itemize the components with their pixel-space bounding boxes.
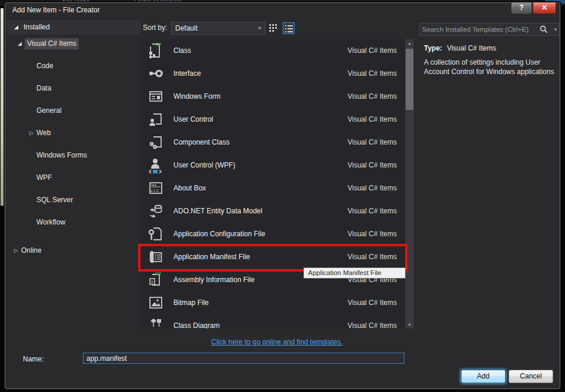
sidebar-item-label: Visual C# Items bbox=[25, 38, 79, 49]
expanded-triangle-icon: ◢ bbox=[14, 20, 18, 34]
template-name: Component Class bbox=[173, 131, 229, 154]
template-row-component-class[interactable]: Component ClassVisual C# Items bbox=[141, 131, 405, 154]
sidebar-item-general[interactable]: General bbox=[7, 105, 141, 116]
template-name: ADO.NET Entity Data Model bbox=[173, 200, 262, 223]
collapsed-triangle-icon[interactable]: ▷ bbox=[14, 245, 18, 256]
template-row-ado-net-entity-data-model[interactable]: ADO.NET Entity Data ModelVisual C# Items bbox=[141, 200, 405, 223]
template-row-about-box[interactable]: v.1.0About BoxVisual C# Items bbox=[141, 177, 405, 200]
template-type: Visual C# Items bbox=[347, 85, 397, 108]
online-link-row: Click here to go online and find templat… bbox=[141, 336, 413, 347]
sidebar-item-online[interactable]: ▷Online bbox=[7, 245, 141, 256]
titlebar-buttons: ? ✕ bbox=[511, 2, 556, 14]
template-name: Assembly Information File bbox=[173, 269, 255, 292]
template-name: Interface bbox=[173, 62, 201, 85]
template-type: Visual C# Items bbox=[347, 108, 397, 131]
template-type: Visual C# Items bbox=[347, 314, 397, 329]
scrollbar-thumb[interactable] bbox=[406, 49, 413, 110]
template-name: Application Configuration File bbox=[173, 223, 265, 246]
sidebar-group-label: Installed bbox=[24, 20, 50, 34]
dialog-title: Add New Item - File Creator bbox=[12, 6, 100, 14]
type-label: Type: bbox=[424, 44, 442, 52]
template-name: User Control (WPF) bbox=[173, 154, 235, 177]
template-name: About Box bbox=[173, 177, 206, 200]
sidebar-item-label: Web bbox=[36, 128, 51, 139]
add-button[interactable]: Add bbox=[461, 370, 506, 383]
scroll-up-icon[interactable]: ▲ bbox=[405, 39, 414, 47]
sort-dropdown[interactable]: Default ▾ bbox=[171, 22, 265, 35]
chevron-down-icon: ▾ bbox=[554, 26, 557, 32]
sidebar-item-windows-forms[interactable]: Windows Forms bbox=[7, 150, 141, 161]
user-control-wpf-icon bbox=[148, 156, 164, 175]
name-input[interactable] bbox=[83, 353, 404, 364]
collapsed-triangle-icon[interactable]: ▷ bbox=[29, 128, 34, 139]
template-row-application-configuration-file[interactable]: Application Configuration FileVisual C# … bbox=[141, 223, 405, 246]
add-new-item-dialog: Add New Item - File Creator ? ✕ ◢ Instal… bbox=[5, 2, 560, 389]
name-label: Name: bbox=[23, 355, 44, 363]
sidebar-item-code[interactable]: Code bbox=[7, 61, 141, 72]
user-control-icon bbox=[148, 110, 164, 129]
vertical-scrollbar[interactable]: ▲ ▼ bbox=[405, 39, 414, 329]
sidebar-item-label: Windows Forms bbox=[36, 150, 87, 161]
template-type: Visual C# Items bbox=[347, 292, 397, 314]
about-box-icon: v.1.0 bbox=[148, 179, 164, 197]
template-name: Class Diagram bbox=[173, 314, 220, 329]
template-type: Visual C# Items bbox=[347, 39, 397, 62]
template-list: C#ClassVisual C# ItemsInterfaceVisual C#… bbox=[141, 39, 405, 329]
template-type: Visual C# Items bbox=[347, 62, 397, 85]
sidebar-item-data[interactable]: Data bbox=[7, 83, 141, 94]
sidebar-item-workflow[interactable]: Workflow bbox=[7, 217, 141, 228]
sidebar-item-label: Workflow bbox=[36, 217, 65, 228]
template-row-interface[interactable]: InterfaceVisual C# Items bbox=[141, 62, 405, 85]
search-box[interactable]: ▾ bbox=[419, 23, 559, 36]
grid-view-icon[interactable] bbox=[268, 22, 279, 34]
svg-text:v.1.0: v.1.0 bbox=[151, 189, 159, 193]
scroll-down-icon[interactable]: ▼ bbox=[405, 321, 414, 329]
search-input[interactable] bbox=[422, 24, 537, 35]
template-row-bitmap-file[interactable]: Bitmap FileVisual C# Items bbox=[141, 292, 405, 314]
template-type: Visual C# Items bbox=[347, 131, 397, 154]
template-type: Visual C# Items bbox=[347, 154, 397, 177]
template-row-user-control-wpf-[interactable]: User Control (WPF)Visual C# Items bbox=[141, 154, 405, 177]
class-icon: C# bbox=[148, 41, 164, 60]
type-value: Visual C# Items bbox=[447, 44, 496, 52]
svg-text:i: i bbox=[152, 279, 153, 284]
help-button[interactable]: ? bbox=[511, 2, 532, 14]
component-class-icon bbox=[148, 133, 164, 152]
sidebar-item-web[interactable]: ▷Web bbox=[7, 128, 141, 139]
find-templates-link[interactable]: Click here to go online and find templat… bbox=[211, 338, 342, 346]
sidebar-item-sql-server[interactable]: SQL Server bbox=[7, 195, 141, 206]
template-name: User Control bbox=[173, 108, 213, 131]
ado-net-entity-icon bbox=[148, 202, 164, 220]
sidebar-item-label: General bbox=[36, 105, 62, 116]
close-button[interactable]: ✕ bbox=[533, 2, 556, 14]
sort-dropdown-value: Default bbox=[175, 24, 198, 32]
class-diagram-icon bbox=[148, 316, 164, 329]
template-description: A collection of settings including User … bbox=[424, 58, 563, 77]
template-name: Class bbox=[173, 39, 191, 62]
sidebar-item-visual-c-items[interactable]: ◢Visual C# Items bbox=[7, 38, 141, 49]
template-row-windows-form[interactable]: Windows FormVisual C# Items bbox=[141, 85, 405, 108]
svg-text:C#: C# bbox=[155, 42, 162, 47]
svg-text:C#: C# bbox=[155, 271, 162, 276]
background-window-edge bbox=[1, 8, 5, 206]
sidebar-group-installed[interactable]: ◢ Installed bbox=[7, 20, 141, 34]
interface-icon bbox=[148, 64, 164, 83]
sidebar-item-wpf[interactable]: WPF bbox=[7, 172, 141, 183]
search-icon[interactable]: ▾ bbox=[539, 25, 557, 34]
template-name: Windows Form bbox=[173, 85, 220, 108]
sidebar-item-label: WPF bbox=[36, 172, 52, 183]
bitmap-icon bbox=[148, 293, 164, 312]
template-type: Visual C# Items bbox=[347, 223, 397, 246]
sidebar-item-label: Data bbox=[36, 83, 51, 94]
template-row-class-diagram[interactable]: Class DiagramVisual C# Items bbox=[141, 314, 405, 329]
windows-form-icon bbox=[148, 87, 164, 106]
list-view-icon[interactable] bbox=[283, 22, 295, 34]
template-name: Bitmap File bbox=[173, 292, 209, 314]
cancel-button[interactable]: Cancel bbox=[509, 370, 553, 383]
tooltip: Application Manifest File bbox=[303, 267, 406, 279]
template-row-user-control[interactable]: User ControlVisual C# Items bbox=[141, 108, 405, 131]
template-type-row: Type:Visual C# Items bbox=[424, 44, 496, 52]
template-type: Visual C# Items bbox=[347, 177, 397, 200]
template-row-class[interactable]: C#ClassVisual C# Items bbox=[141, 39, 405, 62]
expanded-triangle-icon[interactable]: ◢ bbox=[18, 38, 22, 49]
